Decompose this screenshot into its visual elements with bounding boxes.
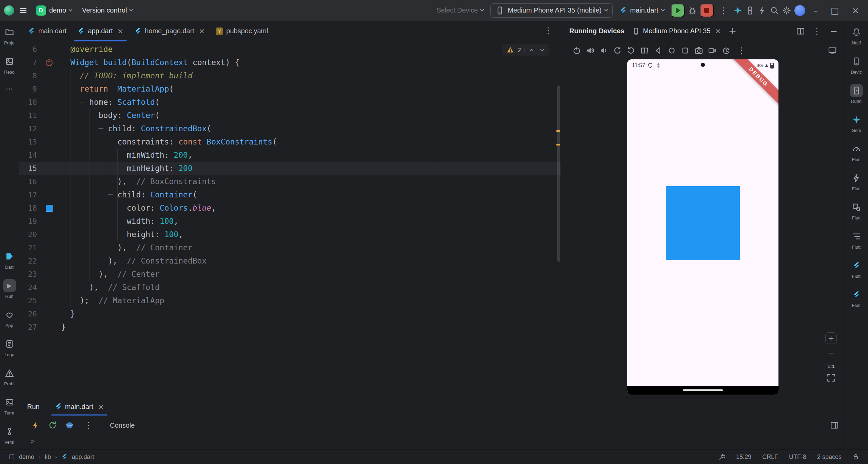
sidebar-item-running-devices[interactable]: Runn [845, 79, 868, 109]
sidebar-item-problems[interactable]: Probl [0, 362, 19, 391]
sidebar-item-dart-analysis[interactable]: Dart [0, 245, 19, 274]
code-line-22[interactable]: 22 ), // ConstrainedBox [19, 254, 561, 268]
code-line-15[interactable]: 15 minHeight: 200 [19, 162, 561, 175]
zoom-out-button[interactable]: − [825, 347, 837, 359]
minimize-button[interactable]: – [809, 4, 823, 17]
chevron-up-icon[interactable] [528, 46, 535, 53]
chevron-down-icon[interactable] [538, 46, 545, 53]
file-encoding[interactable]: UTF-8 [789, 453, 806, 461]
code-line-7[interactable]: 7↑ Widget build(BuildContext context) { [19, 56, 561, 69]
line-number[interactable]: 14 [19, 149, 37, 162]
sidebar-item-notifications[interactable]: Notif [845, 21, 868, 50]
sidebar-item-gemini[interactable]: Gem [845, 109, 868, 138]
sidebar-item-flutter-inspector[interactable]: Flutt [845, 196, 868, 225]
code-line-11[interactable]: 11 body: Center( [19, 109, 561, 122]
line-number[interactable]: 10 [19, 96, 37, 109]
main-menu-button[interactable] [18, 5, 29, 16]
line-number[interactable]: 7 [19, 56, 37, 69]
line-number[interactable]: 12 [19, 122, 37, 135]
console-prompt[interactable]: > [31, 437, 35, 445]
devtools-icon[interactable] [65, 421, 74, 430]
tab-home-page-dart[interactable]: home_page.dart × [129, 21, 210, 41]
line-number[interactable]: 19 [19, 215, 37, 228]
tab-main-dart[interactable]: main.dart [22, 21, 72, 41]
line-number[interactable]: 27 [19, 321, 37, 334]
ai-assistant-icon[interactable] [733, 6, 742, 15]
line-number[interactable]: 17 [19, 188, 37, 201]
tab-app-dart[interactable]: app.dart × [72, 21, 129, 41]
screen-record-icon[interactable] [708, 46, 717, 55]
code-editor[interactable]: 6 @override7↑ Widget build(BuildContext … [19, 41, 561, 398]
gesture-pill[interactable] [683, 389, 723, 391]
sidebar-item-flutter-outline[interactable]: Flutt [845, 225, 868, 254]
code-line-13[interactable]: 13 constraints: const BoxConstraints( [19, 135, 561, 149]
line-number[interactable]: 11 [19, 109, 37, 122]
code-line-10[interactable]: 10 ─ home: Scaffold( [19, 96, 561, 109]
run-button[interactable] [671, 4, 685, 17]
indent-setting[interactable]: 2 spaces [817, 453, 842, 461]
tab-options-icon[interactable]: ⋮ [542, 25, 555, 36]
code-line-6[interactable]: 6 @override [19, 43, 561, 56]
breadcrumb-dir[interactable]: lib [45, 453, 51, 461]
line-number[interactable]: 26 [19, 307, 37, 321]
rotate-right-icon[interactable] [627, 46, 635, 55]
sidebar-item-run[interactable]: ▶ Run [0, 274, 19, 304]
code-line-24[interactable]: 24 ), // Scaffold [19, 281, 561, 294]
sidebar-item-more-tool-windows[interactable]: ⋯ [0, 79, 19, 98]
line-number[interactable]: 9 [19, 82, 37, 96]
zoom-in-button[interactable]: + [825, 332, 837, 344]
more-icon[interactable]: ⋮ [735, 45, 748, 56]
warning-stripe-mark[interactable] [556, 144, 560, 146]
line-number[interactable]: 15 [19, 162, 37, 175]
volume-up-icon[interactable] [586, 46, 595, 55]
code-line-18[interactable]: 18 color: Colors.blue, [19, 201, 561, 215]
code-line-14[interactable]: 14 minWidth: 200, [19, 149, 561, 162]
run-configuration-dropdown[interactable]: main.dart [616, 4, 667, 16]
split-panel-icon[interactable] [796, 27, 805, 36]
line-separator[interactable]: CRLF [762, 453, 778, 461]
line-number[interactable]: 18 [19, 201, 37, 215]
more-actions-button[interactable]: ⋮ [717, 5, 730, 16]
sidebar-item-logcat[interactable]: Logc [0, 333, 19, 362]
lock-icon[interactable] [852, 453, 859, 460]
sidebar-item-flutter-1[interactable]: Flutt [845, 254, 868, 284]
zoom-reset-button[interactable]: 1:1 [827, 362, 835, 370]
apply-changes-icon[interactable] [758, 6, 767, 15]
line-number[interactable]: 21 [19, 241, 37, 254]
fold-icon[interactable] [640, 46, 649, 55]
more-icon[interactable]: ⋮ [810, 26, 823, 36]
console-output[interactable]: > [19, 435, 844, 450]
code-line-9[interactable]: 9 return MaterialApp( [19, 82, 561, 96]
editor-scrollbar[interactable] [557, 85, 560, 262]
device-screen[interactable]: 11:57 3G DEBUG [627, 59, 778, 394]
device-manager-icon[interactable] [746, 6, 754, 15]
sidebar-item-flutter-2[interactable]: Flutt [845, 284, 868, 313]
line-number[interactable]: 22 [19, 254, 37, 268]
code-line-20[interactable]: 20 height: 100, [19, 228, 561, 241]
close-icon[interactable]: × [715, 27, 721, 35]
close-icon[interactable]: × [117, 27, 123, 35]
camera-icon[interactable] [694, 46, 703, 55]
hot-restart-icon[interactable] [48, 421, 57, 430]
close-button[interactable]: × [847, 4, 864, 17]
select-device-dropdown[interactable]: Select Device [433, 4, 487, 16]
home-icon[interactable] [667, 46, 676, 55]
close-icon[interactable]: × [98, 403, 104, 411]
line-number[interactable]: 6 [19, 43, 37, 56]
sidebar-item-resource-manager[interactable]: Reso [0, 50, 19, 79]
sidebar-item-app-insights[interactable]: App [0, 304, 19, 333]
tab-pubspec-yaml[interactable]: Y pubspec.yaml [210, 21, 273, 41]
user-avatar[interactable] [794, 5, 805, 16]
run-tab-main-dart[interactable]: main.dart × [50, 398, 109, 415]
zoom-fit-icon[interactable] [827, 373, 835, 382]
breadcrumb-file[interactable]: app.dart [72, 453, 94, 461]
sidebar-item-project[interactable]: Proje [0, 21, 19, 50]
line-number[interactable]: 8 [19, 69, 37, 82]
code-line-25[interactable]: 25 ); // MaterialApp [19, 294, 561, 307]
sidebar-item-terminal[interactable]: Term [0, 391, 19, 420]
sidebar-item-flutter-performance[interactable]: Flutt [845, 138, 868, 167]
device-tab[interactable]: Medium Phone API 35 × [632, 27, 721, 35]
line-number[interactable]: 20 [19, 228, 37, 241]
code-line-21[interactable]: 21 ), // Container [19, 241, 561, 254]
add-device-icon[interactable]: + [727, 25, 738, 37]
